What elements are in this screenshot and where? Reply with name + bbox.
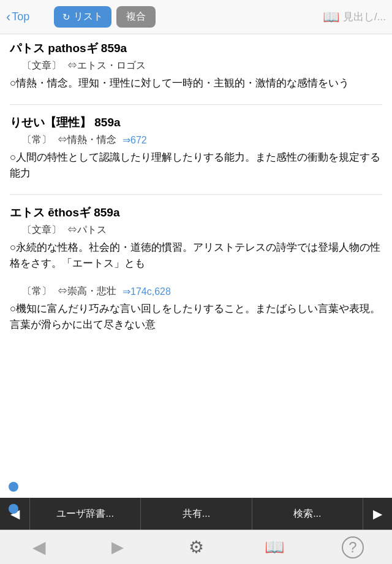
- partial-body: ○機知に富んだり巧みな言い回しをしたりすること。またばらしい言葉や表現。言葉が滑…: [10, 300, 382, 333]
- partial-meta: 〔常〕 ⇔崇高・悲壮 ⇒174c,628: [22, 285, 382, 298]
- entry-ethos-body: ○永続的な性格。社会的・道徳的慣習。アリストテレスの詩学では登場人物の性格をさす…: [10, 239, 382, 272]
- content-area: パトス pathosギ 859a 〔文章〕 ⇔エトス・ロゴス ○情熱・情念。理知…: [0, 34, 392, 272]
- tab-help[interactable]: ?: [333, 534, 372, 561]
- user-dict-label: ユーザ辞書...: [56, 508, 113, 520]
- entry-pathos-body: ○情熱・情念。理知・理性に対して一時的・主観的・激情的な感情をいう: [10, 75, 382, 91]
- fukugo-button[interactable]: 複合: [116, 6, 156, 28]
- entry-risei-title: りせい【理性】 859a: [10, 115, 382, 131]
- blue-dot-2: [9, 504, 18, 514]
- tab-right-arrow-icon: ▶: [111, 538, 124, 557]
- user-dict-button[interactable]: ユーザ辞書...: [29, 498, 140, 530]
- entry-ethos-title: エトス ēthosギ 859a: [10, 205, 382, 221]
- midashi-label: 見出し/...: [343, 10, 386, 24]
- back-button[interactable]: ‹ Top: [6, 9, 49, 25]
- pathos-antonym: ⇔エトス・ロゴス: [67, 59, 146, 72]
- list-button[interactable]: ↻ リスト: [54, 6, 111, 28]
- search-label: 検索...: [293, 508, 321, 520]
- refresh-icon: ↻: [62, 12, 70, 23]
- tab-settings[interactable]: ⚙: [176, 534, 216, 561]
- entry-risei-meta: 〔常〕 ⇔情熱・情念 ⇒672: [22, 134, 382, 147]
- partial-bracket: 〔常〕: [22, 285, 51, 298]
- tab-left-arrow[interactable]: ◀: [20, 534, 59, 561]
- risei-bracket: 〔常〕: [22, 134, 51, 147]
- ethos-antonym: ⇔パトス: [67, 224, 107, 237]
- bottom-toolbar: ◀ ユーザ辞書... 共有... 検索... ▶: [0, 498, 392, 530]
- search-button[interactable]: 検索...: [252, 498, 363, 530]
- ethos-bracket: 〔文章〕: [22, 224, 61, 237]
- divider-1: [10, 104, 382, 105]
- entry-ethos-meta: 〔文章〕 ⇔パトス: [22, 224, 382, 237]
- toolbar-right-arrow[interactable]: ▶: [363, 498, 392, 530]
- toolbar-left-arrow[interactable]: ◀: [0, 498, 29, 530]
- partial-entry: 〔常〕 ⇔崇高・悲壮 ⇒174c,628 ○機知に富んだり巧みな言い回しをしたり…: [0, 285, 392, 333]
- blue-dot-1: [9, 482, 18, 492]
- risei-link[interactable]: ⇒672: [123, 134, 147, 146]
- partial-link[interactable]: ⇒174c,628: [123, 286, 171, 297]
- help-icon: ?: [342, 536, 364, 558]
- tab-left-arrow-icon: ◀: [32, 537, 46, 557]
- tab-right-arrow-nav[interactable]: ▶: [98, 534, 137, 561]
- right-arrow-icon: ▶: [373, 506, 382, 521]
- share-button[interactable]: 共有...: [140, 498, 251, 530]
- bottom-tabbar: ◀ ▶ ⚙ 📖 ?: [0, 530, 392, 564]
- book-icon: 📖: [323, 9, 339, 25]
- tab-book[interactable]: 📖: [255, 534, 294, 561]
- entry-risei: りせい【理性】 859a 〔常〕 ⇔情熱・情念 ⇒672 ○人間の特性として認識…: [10, 115, 382, 181]
- chevron-left-icon: ‹: [6, 9, 10, 25]
- pathos-bracket: 〔文章〕: [22, 59, 61, 72]
- entry-ethos: エトス ēthosギ 859a 〔文章〕 ⇔パトス ○永続的な性格。社会的・道徳…: [10, 205, 382, 271]
- divider-2: [10, 194, 382, 195]
- helm-icon: ⚙: [189, 537, 204, 557]
- nav-bar: ‹ Top ↻ リスト 複合 📖 見出し/...: [0, 0, 392, 34]
- back-label: Top: [12, 10, 29, 23]
- tab-book-icon: 📖: [265, 538, 284, 557]
- entry-pathos: パトス pathosギ 859a 〔文章〕 ⇔エトス・ロゴス ○情熱・情念。理知…: [10, 40, 382, 91]
- fukugo-label: 複合: [126, 11, 146, 21]
- list-button-label: リスト: [74, 10, 103, 23]
- partial-antonym: ⇔崇高・悲壮: [58, 285, 116, 298]
- share-label: 共有...: [183, 508, 210, 520]
- risei-antonym: ⇔情熱・情念: [58, 134, 116, 147]
- entry-risei-body: ○人間の特性として認識したり理解したりする能力。また感性の衝動を規定する能力: [10, 149, 382, 181]
- nav-right: 📖 見出し/...: [160, 9, 386, 25]
- entry-pathos-title: パトス pathosギ 859a: [10, 40, 382, 57]
- entry-pathos-meta: 〔文章〕 ⇔エトス・ロゴス: [22, 59, 382, 72]
